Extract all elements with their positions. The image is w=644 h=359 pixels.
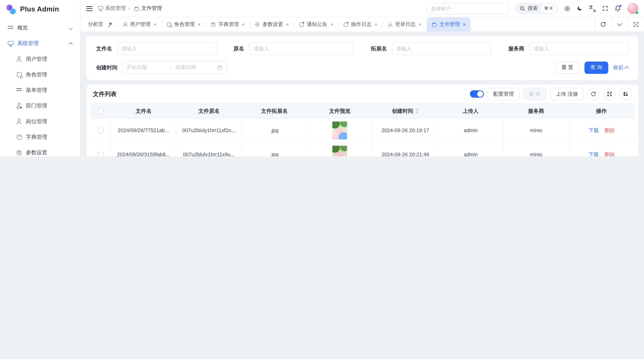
sidebar-item-label: 概览 (17, 24, 28, 31)
tab-close-icon[interactable]: × (463, 22, 466, 27)
header-actions: 搜索 ⌘ K 文A (427, 3, 638, 14)
page-tab[interactable]: 登录日志 × (382, 17, 427, 31)
column-header[interactable]: 文件原名 (176, 107, 242, 115)
app-root: Plus Admin 概览 系统管理 用户管理 (0, 0, 644, 156)
column-header[interactable]: 文件拓展名 (242, 107, 307, 115)
filter-field-input[interactable] (249, 42, 354, 55)
delete-button[interactable]: 删 除 (523, 88, 546, 100)
tab-close-icon[interactable]: × (242, 22, 245, 27)
date-start-placeholder: 开始日期 (126, 64, 166, 71)
tab-close-icon[interactable]: × (330, 22, 333, 27)
filter-field: 文件名 (96, 42, 216, 55)
filter-field-input[interactable] (117, 42, 216, 55)
select-all-checkbox[interactable] (98, 108, 104, 114)
query-button[interactable]: 查 询 (584, 61, 608, 74)
page-tab[interactable]: 参数设置 × (250, 17, 294, 31)
tab-label: 通知公告 (307, 21, 327, 28)
column-header[interactable]: 操作 (569, 107, 634, 115)
settings-gear-icon[interactable] (564, 5, 570, 12)
sidebar-item-label: 参数设置 (26, 149, 47, 156)
sort-icon[interactable] (416, 109, 418, 113)
file-preview-image[interactable] (332, 121, 347, 139)
expand-table-icon[interactable] (604, 88, 616, 100)
tab-pin-icon[interactable] (107, 22, 112, 27)
online-status-dot (635, 11, 639, 14)
page-tab[interactable]: 用户管理 × (117, 17, 162, 31)
hamburger-menu-icon[interactable] (86, 6, 92, 11)
column-header-label: 文件名 (136, 107, 152, 115)
tab-label: 用户管理 (130, 21, 150, 28)
column-settings-icon[interactable] (619, 88, 632, 100)
sidebar-item[interactable]: 字典管理 (3, 130, 77, 144)
column-header[interactable]: 上传人 (438, 107, 504, 115)
chevron-icon (68, 26, 73, 30)
upload-button[interactable]: 上传 没做 (550, 88, 584, 100)
notifications-bell-icon[interactable] (614, 5, 621, 12)
tab-label: 登录日志 (395, 21, 416, 28)
column-header[interactable]: 创建时间 (372, 107, 438, 115)
tabs-refresh-icon[interactable] (595, 17, 611, 31)
sidebar-item[interactable]: 系统管理 (3, 36, 77, 50)
filter-fields: 文件名 原名 拓展名 (96, 42, 628, 55)
page-tab[interactable]: 字典管理 × (206, 17, 250, 31)
tab-icon (432, 22, 437, 27)
tabs-maximize-icon[interactable] (628, 17, 644, 31)
delete-link[interactable]: 删除 (604, 151, 615, 156)
cell-original-name: 007u2bluly1hrr11x9u... (176, 143, 242, 156)
page-tab[interactable]: 文件管理 × (427, 17, 471, 31)
collapse-filters-link[interactable]: 收起 (613, 64, 628, 71)
sidebar-item-icon (16, 87, 22, 93)
sidebar-item[interactable]: 部门管理 (3, 99, 77, 113)
tab-close-icon[interactable]: × (198, 22, 201, 27)
filter-field-input[interactable] (392, 42, 491, 55)
sidebar-item[interactable]: 用户管理 (3, 52, 77, 66)
config-manage-button[interactable]: 配置管理 (488, 88, 520, 100)
sidebar-item[interactable]: 菜单管理 (3, 83, 77, 97)
column-header[interactable]: 文件名 (111, 107, 176, 115)
column-header-label: 文件预览 (329, 107, 350, 115)
reset-button[interactable]: 重 置 (555, 61, 579, 74)
dark-mode-moon-icon[interactable] (577, 5, 583, 11)
page-tab[interactable]: 通知公告 × (294, 17, 338, 31)
sidebar-item[interactable]: 概览 (3, 21, 77, 35)
sidebar-item-icon (16, 150, 22, 156)
sidebar-item-label: 字典管理 (26, 133, 47, 141)
sidebar-item[interactable]: 岗位管理 (3, 114, 77, 128)
row-checkbox[interactable] (98, 128, 103, 133)
global-search[interactable]: 搜索 ⌘ K (515, 3, 558, 14)
refresh-icon[interactable] (587, 88, 600, 100)
column-header[interactable]: 文件预览 (307, 107, 373, 115)
page-tab[interactable]: 操作日志 × (338, 17, 382, 31)
tenant-select-input[interactable] (427, 3, 509, 14)
sidebar-item-label: 用户管理 (26, 55, 47, 63)
breadcrumb-item[interactable]: 文件管理 (128, 5, 162, 12)
top-header: 系统管理 文件管理 搜索 ⌘ K (80, 0, 644, 17)
fullscreen-icon[interactable] (602, 5, 608, 11)
sidebar-item[interactable]: 参数设置 (3, 146, 77, 156)
breadcrumb-item[interactable]: 系统管理 (98, 5, 126, 12)
user-avatar[interactable] (627, 3, 638, 14)
page-content: 文件名 原名 拓展名 (80, 32, 644, 156)
sidebar-item[interactable]: 角色管理 (3, 68, 77, 82)
page-tab[interactable]: 角色管理 × (162, 17, 206, 31)
tabs-dropdown-chevron-icon[interactable] (611, 17, 628, 31)
row-checkbox[interactable] (98, 152, 103, 156)
page-tab[interactable]: 分析页 × (83, 17, 117, 31)
tab-close-icon[interactable]: × (286, 22, 289, 27)
download-link[interactable]: 下载 (588, 127, 599, 134)
app-title: Plus Admin (20, 5, 59, 13)
list-toggle-switch[interactable] (470, 90, 484, 98)
date-range-input[interactable]: 开始日期 → 结束日期 (122, 61, 227, 74)
tab-close-icon[interactable]: × (154, 22, 156, 27)
file-preview-image[interactable] (332, 146, 347, 156)
download-link[interactable]: 下载 (588, 151, 599, 156)
tab-close-icon[interactable]: × (374, 22, 378, 27)
delete-link[interactable]: 删除 (604, 127, 615, 134)
list-header: 文件列表 配置管理 删 除 上传 没做 (90, 84, 634, 103)
column-header[interactable]: 服务商 (504, 107, 569, 115)
language-translate-icon[interactable]: 文A (589, 5, 596, 12)
tab-close-icon[interactable]: × (418, 22, 422, 27)
date-range-arrow-icon: → (168, 64, 173, 70)
filter-field-input[interactable] (529, 42, 628, 55)
app-logo[interactable]: Plus Admin (0, 0, 80, 19)
